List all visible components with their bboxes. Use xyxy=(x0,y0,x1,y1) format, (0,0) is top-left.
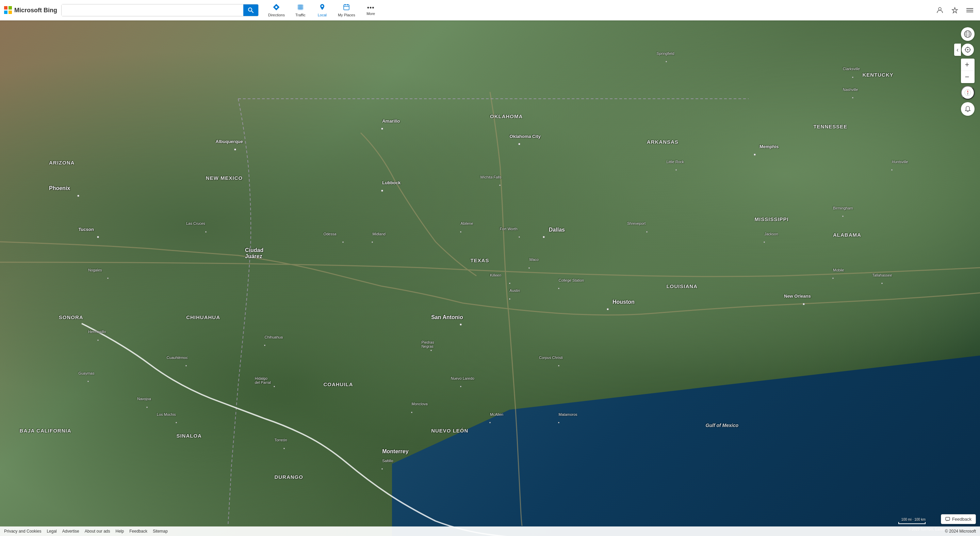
nav-myplaces[interactable]: My Places xyxy=(334,2,360,18)
logo-text: Microsoft Bing xyxy=(14,7,57,14)
header: Microsoft Bing Directions xyxy=(0,0,490,21)
myplaces-icon xyxy=(343,3,350,12)
directions-label: Directions xyxy=(268,13,285,17)
local-label: Local xyxy=(318,13,327,17)
logo[interactable]: Microsoft Bing xyxy=(4,6,57,14)
more-label: More xyxy=(366,11,375,16)
search-input[interactable] xyxy=(62,5,243,16)
more-icon: ••• xyxy=(367,5,375,11)
nav-bar: Directions Traffic xyxy=(264,2,381,18)
nav-traffic[interactable]: Traffic xyxy=(290,2,311,18)
search-bar xyxy=(61,4,259,16)
myplaces-label: My Places xyxy=(338,13,355,17)
svg-point-15 xyxy=(321,5,323,7)
svg-line-5 xyxy=(251,11,253,13)
bing-logo-icon xyxy=(4,6,12,14)
svg-rect-0 xyxy=(4,6,8,10)
map-background xyxy=(0,21,490,268)
svg-rect-3 xyxy=(8,11,12,14)
search-button[interactable] xyxy=(243,5,258,16)
traffic-icon xyxy=(297,3,304,12)
nav-directions[interactable]: Directions xyxy=(264,2,289,18)
svg-point-7 xyxy=(275,6,277,8)
svg-rect-2 xyxy=(4,11,8,14)
traffic-label: Traffic xyxy=(295,13,305,17)
svg-rect-16 xyxy=(344,5,349,10)
local-icon xyxy=(318,3,326,12)
directions-icon xyxy=(272,3,280,12)
search-icon xyxy=(248,8,253,13)
svg-rect-1 xyxy=(8,6,12,10)
nav-local[interactable]: Local xyxy=(312,2,332,18)
map-view[interactable]: TEXAS OKLAHOMA NEW MEXICO ARIZONA ARKANS… xyxy=(0,21,490,268)
nav-more[interactable]: ••• More xyxy=(361,3,381,17)
